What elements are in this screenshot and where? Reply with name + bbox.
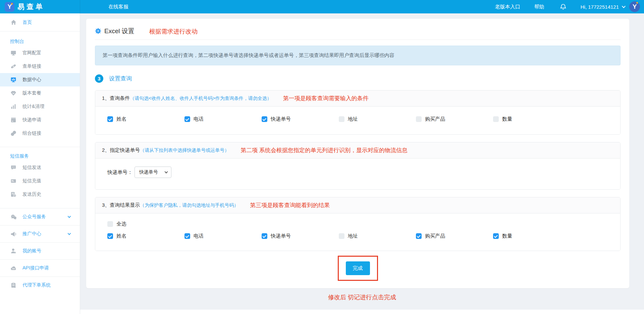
annotation-section3: 第三项是顾客查询能看到的结果 [250, 201, 330, 209]
bar-chart-icon [10, 103, 17, 110]
section-hint: （请从下拉列表中选择快递单号或运单号） [140, 147, 229, 153]
sidebar-item-data-center[interactable]: 数据中心 [0, 73, 80, 86]
checkbox[interactable] [416, 233, 422, 239]
chevron-down-icon [68, 215, 71, 218]
chain-links-icon [10, 130, 17, 137]
option-tracking-no[interactable]: 快递单号 [262, 116, 339, 122]
option-phone[interactable]: 电话 [184, 233, 262, 239]
option-address[interactable]: 地址 [339, 233, 416, 239]
checkbox[interactable] [184, 233, 190, 239]
option-quantity[interactable]: 数量 [493, 116, 570, 122]
option-name[interactable]: 姓名 [107, 116, 184, 122]
checkbox[interactable] [107, 221, 113, 227]
condition-options-row: 姓名 电话 快递单号 地址 购买产品 数量 [107, 116, 613, 122]
annotation-footer: 修改后 切记进行点击完成 [80, 293, 644, 301]
recharge-card-icon [10, 178, 17, 184]
checkbox[interactable] [339, 233, 344, 239]
sidebar-item-version-plan[interactable]: 版本套餐 [0, 86, 80, 100]
top-header: Y 易查单 在线客服 老版本入口 帮助 Hi, 17722514121 Y [0, 0, 644, 13]
main-content: Excel 设置 根据需求进行改动 第一项查询条件即用户输入什么进行查询，第二项… [80, 13, 644, 314]
option-phone[interactable]: 电话 [184, 116, 262, 122]
sidebar-item-label: 首页 [22, 19, 32, 25]
brand-logo[interactable]: Y 易查单 [0, 0, 80, 13]
sidebar-item-send-history[interactable]: 发送历史 [0, 188, 80, 201]
checkbox[interactable] [493, 233, 499, 239]
option-select-all[interactable]: 全选 [107, 221, 184, 227]
section-hint: （为保护客户隐私，请勿勾选地址与手机号码） [140, 202, 238, 208]
option-product[interactable]: 购买产品 [416, 233, 493, 239]
sidebar-item-agent-order[interactable]: 代理下单系统 [0, 276, 80, 294]
sidebar-item-combo-link[interactable]: 组合链接 [0, 127, 80, 140]
notification-bell-icon[interactable] [560, 3, 567, 10]
option-address[interactable]: 地址 [339, 116, 416, 122]
message-icon [10, 164, 17, 171]
sidebar-item-sms-send[interactable]: 短信发送 [0, 161, 80, 174]
online-service-link[interactable]: 在线客服 [108, 4, 128, 10]
chevron-down-icon [622, 4, 626, 8]
checkbox[interactable] [262, 233, 267, 239]
sidebar-item-label: 查单链接 [22, 63, 41, 69]
sidebar-item-label: API接口申请 [22, 265, 49, 271]
brand-logo-icon: Y [5, 2, 14, 12]
sidebar-item-label: 组合链接 [22, 130, 41, 136]
monitor-icon [10, 50, 17, 56]
sidebar-item-my-account[interactable]: 我的账号 [0, 242, 80, 259]
sidebar-item-stats-clean[interactable]: 统计&清理 [0, 100, 80, 113]
sidebar-section-console: 控制台 [0, 37, 80, 46]
gem-icon [10, 90, 17, 97]
old-version-link[interactable]: 老版本入口 [495, 4, 520, 10]
checkbox[interactable] [107, 233, 113, 239]
page-title: Excel 设置 [104, 27, 135, 36]
sidebar-item-promotion-center[interactable]: 推广中心 [0, 225, 80, 242]
sidebar-section-sms: 短信服务 [0, 151, 80, 161]
section-title: 2、指定快递单号 [102, 147, 140, 153]
sidebar-item-label: 数据中心 [22, 77, 41, 83]
sidebar-item-api-apply[interactable]: API接口申请 [0, 259, 80, 276]
section-query-conditions: 1、查询条件 （请勾选<收件人姓名、收件人手机号码>作为查询条件，请勿全选） 第… [95, 90, 621, 135]
sidebar-item-label: 代理下单系统 [22, 282, 51, 288]
option-quantity[interactable]: 数量 [493, 233, 570, 239]
checkbox[interactable] [416, 116, 422, 122]
excel-settings-card: Excel 设置 根据需求进行改动 第一项查询条件即用户输入什么进行查询，第二项… [86, 19, 629, 288]
sidebar-item-label: 快递申请 [22, 117, 41, 123]
checkbox[interactable] [339, 116, 344, 122]
option-product[interactable]: 购买产品 [416, 116, 493, 122]
gear-icon [95, 28, 101, 34]
home-icon [10, 19, 17, 26]
checkbox[interactable] [107, 116, 113, 122]
checkbox[interactable] [493, 116, 499, 122]
option-name[interactable]: 姓名 [107, 233, 184, 239]
sidebar-item-express-apply[interactable]: 快递申请 [0, 113, 80, 127]
user-icon [10, 248, 17, 254]
sidebar-item-query-link[interactable]: 查单链接 [0, 60, 80, 73]
finish-button[interactable]: 完成 [346, 261, 370, 275]
sidebar-item-label: 短信充值 [22, 178, 41, 184]
info-banner: 第一项查询条件即用户输入什么进行查询，第二项快递单号请选择快递单号或者运单号，第… [95, 46, 621, 65]
annotation-title: 根据需求进行改动 [149, 27, 198, 36]
tracking-column-select[interactable]: 快递单号 [135, 167, 171, 178]
step-title: 设置查询 [109, 75, 132, 82]
result-options-row: 姓名 电话 快递单号 地址 购买产品 数量 [107, 233, 613, 239]
option-tracking-no[interactable]: 快递单号 [262, 233, 339, 239]
section-title: 3、查询结果显示 [102, 202, 140, 208]
tracking-select-label: 快递单号： [107, 169, 132, 176]
chevron-down-icon [68, 232, 71, 235]
wechat-icon [10, 213, 17, 220]
user-avatar[interactable]: Y [629, 1, 640, 12]
sidebar-item-site-config[interactable]: 官网配置 [0, 46, 80, 60]
section-result-display: 3、查询结果显示 （为保护客户隐私，请勿勾选地址与手机号码） 第三项是顾客查询能… [95, 197, 621, 251]
step-number-badge: 3 [95, 74, 103, 83]
sidebar-item-label: 短信发送 [22, 165, 41, 171]
annotation-section1: 第一项是顾客查询需要输入的条件 [283, 95, 369, 102]
sidebar-item-label: 我的账号 [22, 248, 41, 254]
sidebar-item-sms-recharge[interactable]: 短信充值 [0, 174, 80, 188]
help-link[interactable]: 帮助 [534, 4, 544, 10]
checkbox[interactable] [184, 116, 190, 122]
cloud-icon [10, 265, 17, 271]
sidebar-item-home[interactable]: 首页 [0, 13, 80, 31]
user-menu[interactable]: Hi, 17722514121 [581, 4, 625, 10]
sidebar-item-official-account[interactable]: 公众号服务 [0, 208, 80, 225]
section-title: 1、查询条件 [102, 95, 130, 102]
checkbox[interactable] [262, 116, 267, 122]
sidebar-item-label: 发送历史 [22, 191, 41, 197]
